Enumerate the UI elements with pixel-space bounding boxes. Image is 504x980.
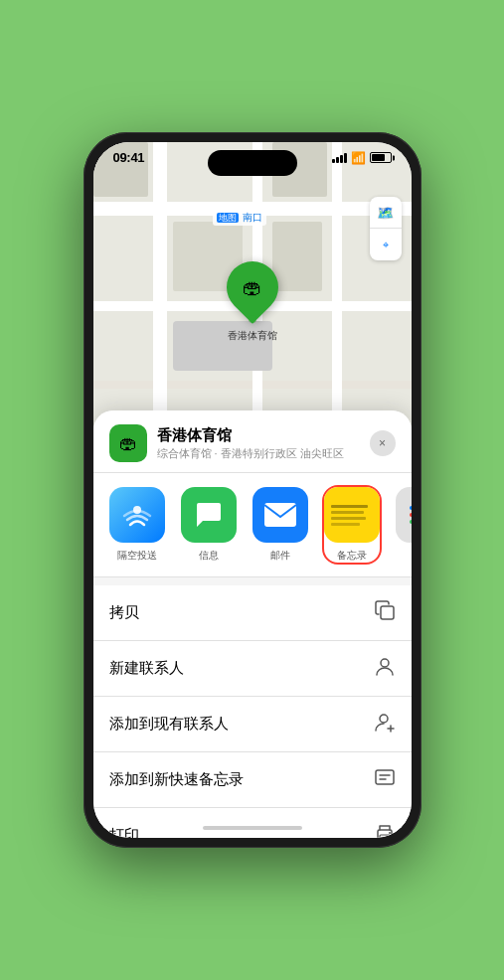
more-icon — [396, 487, 412, 543]
wifi-icon: 📶 — [351, 151, 366, 165]
svg-point-8 — [389, 832, 391, 834]
map-gate-label: 地图 南口 — [213, 210, 267, 226]
location-header: 🏟 香港体育馆 综合体育馆 · 香港特别行政区 油尖旺区 × — [93, 410, 412, 473]
close-button[interactable]: × — [370, 430, 396, 456]
svg-rect-7 — [380, 835, 390, 838]
print-label: 打印 — [109, 826, 139, 838]
location-logo: 🏟 — [109, 424, 147, 462]
location-name: 香港体育馆 — [157, 426, 360, 445]
notes-icon — [324, 487, 380, 543]
battery-icon — [370, 152, 392, 163]
add-notes-label: 添加到新快速备忘录 — [109, 770, 244, 789]
pin-label: 香港体育馆 — [228, 329, 277, 343]
status-time: 09:41 — [113, 150, 145, 165]
new-contact-label: 新建联系人 — [109, 659, 184, 678]
copy-label: 拷贝 — [109, 603, 139, 622]
airdrop-icon — [109, 487, 165, 543]
print-icon — [374, 822, 396, 838]
mail-label: 邮件 — [270, 549, 290, 563]
action-copy[interactable]: 拷贝 — [93, 585, 412, 641]
phone-screen: 09:41 📶 — [93, 142, 412, 838]
map-location-btn[interactable]: ⌖ — [370, 229, 402, 260]
status-icons: 📶 — [332, 151, 392, 165]
svg-rect-5 — [376, 770, 394, 784]
action-add-contact[interactable]: 添加到现有联系人 — [93, 697, 412, 752]
share-messages[interactable]: 信息 — [181, 487, 237, 563]
notes-label: 备忘录 — [337, 549, 367, 563]
share-mail[interactable]: 邮件 — [252, 487, 308, 563]
map-controls: 🗺️ ⌖ — [370, 197, 402, 260]
messages-icon — [181, 487, 237, 543]
signal-icon — [332, 153, 347, 163]
add-contact-label: 添加到现有联系人 — [109, 715, 229, 734]
copy-icon — [374, 599, 396, 626]
svg-point-3 — [381, 659, 389, 667]
location-pin: 🏟 香港体育馆 — [227, 261, 278, 343]
pin-icon: 🏟 — [243, 276, 262, 299]
action-print[interactable]: 打印 — [93, 808, 412, 838]
bottom-sheet: 🏟 香港体育馆 综合体育馆 · 香港特别行政区 油尖旺区 × — [93, 410, 412, 838]
dynamic-island — [208, 150, 297, 176]
location-info: 香港体育馆 综合体育馆 · 香港特别行政区 油尖旺区 — [157, 426, 360, 461]
svg-rect-1 — [264, 503, 296, 527]
map-view-toggle[interactable]: 🗺️ — [370, 197, 402, 229]
share-row: 隔空投送 信息 — [93, 473, 412, 577]
location-subtitle: 综合体育馆 · 香港特别行政区 油尖旺区 — [157, 446, 360, 461]
share-notes[interactable]: 备忘录 — [324, 487, 380, 563]
share-airdrop[interactable]: 隔空投送 — [109, 487, 165, 563]
action-list: 拷贝 新建联系人 — [93, 585, 412, 838]
add-contact-icon — [374, 711, 396, 737]
action-add-notes[interactable]: 添加到新快速备忘录 — [93, 752, 412, 808]
messages-label: 信息 — [199, 549, 219, 563]
pin-circle: 🏟 — [216, 250, 289, 324]
action-new-contact[interactable]: 新建联系人 — [93, 641, 412, 697]
airdrop-label: 隔空投送 — [117, 549, 157, 563]
svg-rect-2 — [381, 606, 394, 619]
home-indicator — [203, 826, 302, 830]
mail-icon — [252, 487, 308, 543]
share-more[interactable]: 推 — [396, 487, 412, 563]
new-contact-icon — [374, 655, 396, 682]
svg-point-4 — [380, 715, 388, 723]
phone-frame: 09:41 📶 — [84, 132, 421, 848]
add-notes-icon — [374, 766, 396, 793]
